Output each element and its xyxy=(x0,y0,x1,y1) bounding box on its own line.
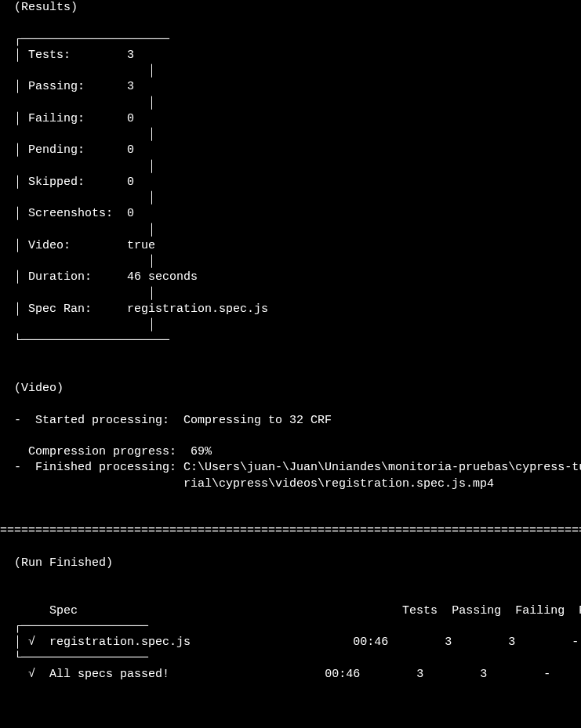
screenshots-label: Screenshots: xyxy=(28,207,113,220)
tests-value: 3 xyxy=(127,49,134,62)
video-value: true xyxy=(127,239,155,252)
compression-label: Compression progress: xyxy=(28,445,176,458)
pending-label: Pending: xyxy=(28,143,85,157)
row-passing: 3 xyxy=(508,636,515,649)
col-spec: Spec xyxy=(49,604,78,618)
started-value: Compressing to 32 CRF xyxy=(183,414,332,427)
check-icon: √ xyxy=(28,668,35,681)
pending-value: 0 xyxy=(127,143,134,157)
skipped-value: 0 xyxy=(127,176,134,189)
run-finished-header: (Run Finished) xyxy=(14,556,113,570)
duration-value: 46 seconds xyxy=(127,270,198,284)
row-tests: 3 xyxy=(445,636,452,649)
terminal-output: (Results) ┌───────────────────── │ Tests… xyxy=(0,0,581,689)
sum-time: 00:46 xyxy=(325,668,360,681)
finished-path2: rial\cypress\videos\registration.spec.js… xyxy=(183,477,494,491)
row-spec: registration.spec.js xyxy=(49,636,191,649)
tests-label: Tests: xyxy=(28,49,71,62)
video-label: Video: xyxy=(28,239,71,252)
started-label: Started processing: xyxy=(35,414,169,427)
results-header: (Results) xyxy=(14,1,78,14)
sum-tests: 3 xyxy=(416,668,423,681)
row-time: 00:46 xyxy=(353,636,388,649)
check-icon: √ xyxy=(28,636,35,649)
sum-label: All specs passed! xyxy=(49,668,169,681)
specran-label: Spec Ran: xyxy=(28,302,92,316)
passing-label: Passing: xyxy=(28,80,85,93)
col-failing: Failing xyxy=(515,604,565,618)
row-failing: - xyxy=(572,636,579,649)
failing-value: 0 xyxy=(127,112,134,125)
col-tests: Tests xyxy=(402,604,438,618)
finished-label: Finished processing: xyxy=(35,461,176,474)
specran-value: registration.spec.js xyxy=(127,302,268,316)
col-passing: Passing xyxy=(452,604,501,618)
compression-value: 69% xyxy=(191,445,212,458)
skipped-label: Skipped: xyxy=(28,176,85,189)
video-header: (Video) xyxy=(14,382,64,395)
passing-value: 3 xyxy=(127,80,134,93)
screenshots-value: 0 xyxy=(127,207,134,220)
duration-label: Duration: xyxy=(28,270,92,284)
finished-path1: C:\Users\juan-\Juan\Uniandes\monitoria-p… xyxy=(183,461,581,474)
sum-passing: 3 xyxy=(480,668,487,681)
sum-failing: - xyxy=(543,668,550,681)
failing-label: Failing: xyxy=(28,112,85,125)
